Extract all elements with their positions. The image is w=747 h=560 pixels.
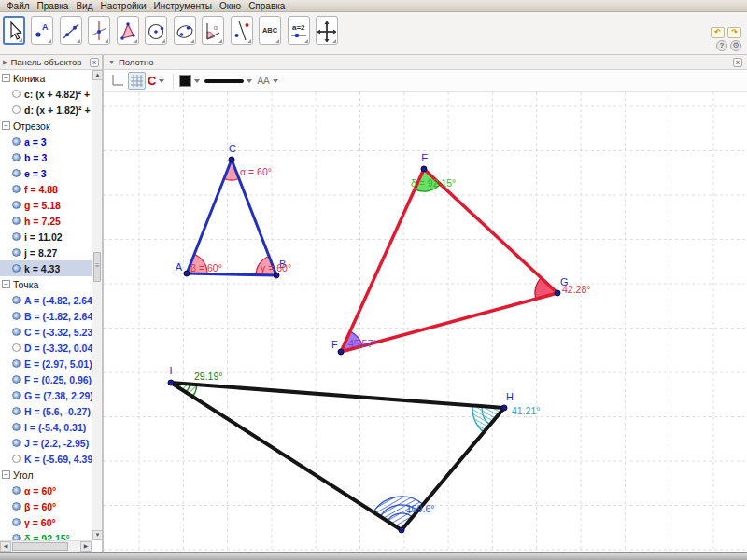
visibility-off-icon[interactable] [12,90,21,98]
object-row[interactable]: D = (-3.32, 0.04) [0,340,92,356]
object-row[interactable]: I = (-5.4, 0.31) [0,419,92,435]
help-icon[interactable]: ? [716,40,727,51]
visibility-on-icon[interactable] [12,486,21,495]
object-row[interactable]: c: (x + 4.82)² + (y - 2. [0,86,92,102]
visibility-on-icon[interactable] [12,423,21,431]
menu-view[interactable]: Вид [72,1,96,11]
visibility-on-icon[interactable] [12,232,21,241]
visibility-on-icon[interactable] [12,502,21,511]
visibility-on-icon[interactable] [12,375,21,384]
object-row[interactable]: J = (2.2, -2.95) [0,435,92,451]
visibility-on-icon[interactable] [12,312,21,320]
chevron-down-icon[interactable] [247,79,252,83]
object-row[interactable]: γ = 60° [0,514,92,530]
object-row[interactable]: B = (-1.82, 2.64) [0,308,92,324]
drawing-canvas[interactable]: C A B E F G H I α = 60° β = 60° γ = 60° … [104,92,747,552]
visibility-on-icon[interactable] [12,201,21,209]
menu-edit[interactable]: Правка [34,1,73,11]
object-row[interactable]: d: (x + 1.82)² + (y - 2. [0,102,92,118]
color-swatch[interactable] [179,75,191,87]
chevron-down-icon[interactable] [159,79,164,83]
section-header[interactable]: −Угол [0,467,92,483]
gear-icon[interactable]: ⚙ [730,40,741,51]
scroll-left-icon[interactable]: ◀ [0,541,11,552]
menu-settings[interactable]: Настройки [96,1,149,11]
point-A[interactable] [184,271,190,276]
visibility-on-icon[interactable] [12,518,21,526]
object-row[interactable]: G = (7.38, 2.29) [0,387,92,403]
line-tool-button[interactable] [60,16,82,45]
point-F[interactable] [338,349,344,355]
scroll-right-icon[interactable]: ▶ [80,541,92,552]
move-view-tool-button[interactable] [316,16,338,45]
horizontal-scroll-thumb[interactable] [12,542,68,551]
perpendicular-tool-button[interactable] [88,16,110,45]
line-style-sample[interactable] [204,79,244,83]
point-I[interactable] [168,380,174,385]
conic-tool-button[interactable] [174,16,196,45]
visibility-on-icon[interactable] [12,359,21,368]
point-H[interactable] [501,405,507,411]
visibility-on-icon[interactable] [12,264,21,273]
triangle-efg[interactable] [341,169,557,352]
object-row[interactable]: E = (2.97, 5.01) [0,356,92,371]
object-row[interactable]: a = 3 [0,133,92,149]
menu-tools[interactable]: Инструменты [150,1,216,11]
visibility-on-icon[interactable] [12,153,21,161]
visibility-off-icon[interactable] [12,343,21,352]
object-row[interactable]: k = 4.33 [0,260,92,276]
collapse-icon[interactable]: − [2,470,10,479]
object-tree[interactable]: −Коникаc: (x + 4.82)² + (y - 2.d: (x + 1… [0,70,92,540]
visibility-on-icon[interactable] [12,439,21,447]
angle-tool-button[interactable]: α [202,16,224,45]
panel-horizontal-scrollbar[interactable]: ◀ ▶ [0,540,92,552]
chevron-down-icon[interactable] [194,79,200,83]
axes-toggle-button[interactable] [108,72,126,90]
move-tool-button[interactable] [3,16,25,45]
object-row[interactable]: g = 5.18 [0,197,92,213]
visibility-on-icon[interactable] [12,248,21,257]
object-row[interactable]: δ = 92.15° [0,530,92,540]
object-row[interactable]: i = 11.02 [0,229,92,245]
point-C[interactable] [229,157,234,162]
scroll-down-icon[interactable]: ▼ [92,530,103,540]
text-style-button[interactable]: AA [257,76,269,86]
capture-style-label[interactable]: C [148,74,156,88]
visibility-on-icon[interactable] [12,137,21,146]
panel-vertical-scrollbar[interactable]: ▲ ▼ [92,70,102,540]
visibility-on-icon[interactable] [12,391,21,399]
polygon-tool-button[interactable] [117,16,139,45]
redo-icon[interactable]: ↷ [727,27,741,38]
object-row[interactable]: j = 8.27 [0,245,92,260]
visibility-on-icon[interactable] [12,185,21,193]
section-header[interactable]: −Точка [0,276,92,292]
menu-file[interactable]: Файл [3,1,34,11]
point-E[interactable] [421,166,427,172]
triangle-hij[interactable] [171,383,504,530]
menu-help[interactable]: Справка [245,1,289,11]
object-row[interactable]: C = (-3.32, 5.23) [0,324,92,340]
slider-tool-button[interactable]: a=2 [288,16,310,45]
collapse-icon[interactable]: − [2,280,10,288]
object-row[interactable]: f = 4.88 [0,181,92,197]
visibility-on-icon[interactable] [12,296,21,304]
visibility-on-icon[interactable] [12,328,21,336]
object-row[interactable]: A = (-4.82, 2.64) [0,292,92,308]
visibility-off-icon[interactable] [12,105,21,114]
point-G[interactable] [555,290,560,296]
circle-tool-button[interactable] [145,16,167,45]
section-header[interactable]: −Отрезок [0,118,92,133]
undo-icon[interactable]: ↶ [711,27,725,38]
reflect-tool-button[interactable] [231,16,253,45]
text-tool-button[interactable]: ABC [259,16,281,45]
point-tool-button[interactable]: A [31,16,53,45]
collapse-icon[interactable]: − [2,74,10,82]
collapse-icon[interactable]: − [2,121,10,130]
visibility-on-icon[interactable] [12,217,21,225]
object-row[interactable]: e = 3 [0,165,92,181]
panel-expand-icon[interactable]: ▶ [3,59,7,66]
panel-close-icon[interactable]: x [90,58,99,67]
object-row[interactable]: β = 60° [0,498,92,514]
menu-window[interactable]: Окно [216,1,245,11]
object-row[interactable]: H = (5.6, -0.27) [0,403,92,419]
